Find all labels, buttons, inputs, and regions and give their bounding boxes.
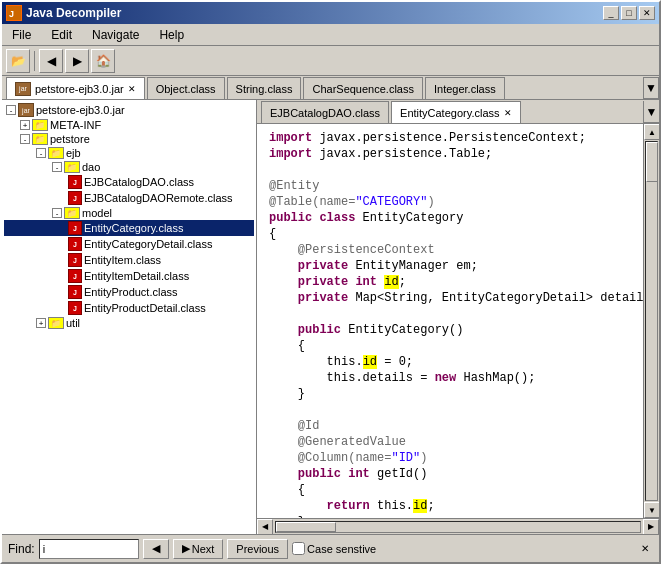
code-line-14: { [265,338,643,354]
tree-entityproductdetail[interactable]: J EntityProductDetail.class [4,300,254,316]
tree-entityitem[interactable]: J EntityItem.class [4,252,254,268]
expand-root[interactable]: - [6,105,16,115]
toolbar-home[interactable]: 🏠 [91,49,115,73]
tree-meta-inf[interactable]: + 📁 META-INF [4,118,254,132]
code-editor[interactable]: import javax.persistence.PersistenceCont… [257,124,643,518]
code-scrollbar-vertical[interactable]: ▲ ▼ [643,124,659,518]
tree-ejbcatalogdao[interactable]: J EJBCatalogDAO.class [4,174,254,190]
tree-petstore[interactable]: - 📁 petstore [4,132,254,146]
tab-charsequence-label: CharSequence.class [312,83,414,95]
code-tab-entitycategory[interactable]: EntityCategory.class ✕ [391,101,520,123]
find-prev-button[interactable]: Previous [227,539,288,559]
tree-entityitemdetail-label: EntityItemDetail.class [84,270,189,282]
scroll-h-thumb[interactable] [276,522,336,532]
code-line-19: @Id [265,418,643,434]
tree-util[interactable]: + 📁 util [4,316,254,330]
code-panel: EJBCatalogDAO.class EntityCategory.class… [257,100,659,534]
minimize-button[interactable]: _ [603,6,619,20]
tree-ejbcatalogdaoremote[interactable]: J EJBCatalogDAORemote.class [4,190,254,206]
window-title: Java Decompiler [26,6,121,20]
folder-petstore-icon: 📁 [32,133,48,145]
case-sensitive-checkbox-label[interactable]: Case senstive [292,542,376,555]
tab-object[interactable]: Object.class [147,77,225,99]
code-line-12 [265,306,643,322]
tab-charsequence[interactable]: CharSequence.class [303,77,423,99]
code-line-2: import javax.persistence.Table; [265,146,643,162]
code-line-6: public class EntityCategory [265,210,643,226]
tab-integer[interactable]: Integer.class [425,77,505,99]
code-line-18 [265,402,643,418]
tree-entityproduct[interactable]: J EntityProduct.class [4,284,254,300]
close-button[interactable]: ✕ [639,6,655,20]
tab-string[interactable]: String.class [227,77,302,99]
tree-root[interactable]: - jar petstore-ejb3.0.jar [4,102,254,118]
tree-dao[interactable]: - 📁 dao [4,160,254,174]
tree-entitycategorydetail-label: EntityCategoryDetail.class [84,238,212,250]
scroll-left-arrow[interactable]: ◀ [257,519,273,535]
scroll-right-arrow[interactable]: ▶ [643,519,659,535]
scroll-thumb[interactable] [646,142,658,182]
folder-util-icon: 📁 [48,317,64,329]
tree-ejb[interactable]: - 📁 ejb [4,146,254,160]
toolbar-open[interactable]: 📂 [6,49,30,73]
code-line-11: private Map<String, EntityCategoryDetail… [265,290,643,306]
case-sensitive-checkbox[interactable] [292,542,305,555]
scroll-down-arrow[interactable]: ▼ [644,502,659,518]
tree-model-label: model [82,207,112,219]
maximize-button[interactable]: □ [621,6,637,20]
scroll-track[interactable] [645,141,658,501]
tab-jar-label: petstore-ejb3.0.jar [35,83,124,95]
menu-help[interactable]: Help [153,26,190,44]
find-next-button[interactable]: ▶ Next [173,539,224,559]
expand-ejb[interactable]: - [36,148,46,158]
tree-entityitemdetail[interactable]: J EntityItemDetail.class [4,268,254,284]
code-tabs-bar: EJBCatalogDAO.class EntityCategory.class… [257,100,659,124]
tree-entitycategory[interactable]: J EntityCategory.class [4,220,254,236]
find-close-button[interactable]: ✕ [637,541,653,557]
code-scrollbar-horizontal[interactable]: ◀ ▶ [257,518,659,534]
toolbar: 📂 ◀ ▶ 🏠 [2,46,659,76]
window-controls: _ □ ✕ [603,6,655,20]
code-area-container: import javax.persistence.PersistenceCont… [257,124,659,518]
tree-petstore-label: petstore [50,133,90,145]
expand-util[interactable]: + [36,318,46,328]
tree-model[interactable]: - 📁 model [4,206,254,220]
code-tab-entitycategory-close[interactable]: ✕ [504,108,512,118]
code-tab-ejbcatalogdao[interactable]: EJBCatalogDAO.class [261,101,389,123]
expand-meta-inf[interactable]: + [20,120,30,130]
find-input[interactable] [39,539,139,559]
tree-dao-label: dao [82,161,100,173]
expand-petstore[interactable]: - [20,134,30,144]
svg-text:J: J [9,9,14,19]
menu-navigate[interactable]: Navigate [86,26,145,44]
find-prev-icon-btn[interactable]: ◀ [143,539,169,559]
tab-jar[interactable]: jar petstore-ejb3.0.jar ✕ [6,77,145,99]
tree-ejbcatalogdaoremote-label: EJBCatalogDAORemote.class [84,192,233,204]
tab-jar-close[interactable]: ✕ [128,84,136,94]
tab-string-label: String.class [236,83,293,95]
tree-entitycategorydetail[interactable]: J EntityCategoryDetail.class [4,236,254,252]
scroll-h-track[interactable] [275,521,641,533]
menu-file[interactable]: File [6,26,37,44]
tabs-dropdown[interactable]: ▼ [643,77,659,99]
code-line-24: return this.id; [265,498,643,514]
expand-model[interactable]: - [52,208,62,218]
toolbar-back[interactable]: ◀ [39,49,63,73]
expand-dao[interactable]: - [52,162,62,172]
jar-file-icon: jar [18,103,34,117]
main-window: J Java Decompiler _ □ ✕ File Edit Naviga… [0,0,661,564]
top-tabs-bar: jar petstore-ejb3.0.jar ✕ Object.class S… [2,76,659,100]
scroll-up-arrow[interactable]: ▲ [644,124,659,140]
code-line-25: } [265,514,643,518]
folder-meta-inf-icon: 📁 [32,119,48,131]
java-ejbcatalogdaoremote-icon: J [68,191,82,205]
menu-edit[interactable]: Edit [45,26,78,44]
file-tree: - jar petstore-ejb3.0.jar + 📁 META-INF -… [2,100,257,534]
tree-ejb-label: ejb [66,147,81,159]
find-prev-arrow-icon: ◀ [152,542,160,555]
toolbar-forward[interactable]: ▶ [65,49,89,73]
code-line-7: { [265,226,643,242]
code-line-15: this.id = 0; [265,354,643,370]
code-line-9: private EntityManager em; [265,258,643,274]
code-tabs-dropdown[interactable]: ▼ [643,101,659,123]
